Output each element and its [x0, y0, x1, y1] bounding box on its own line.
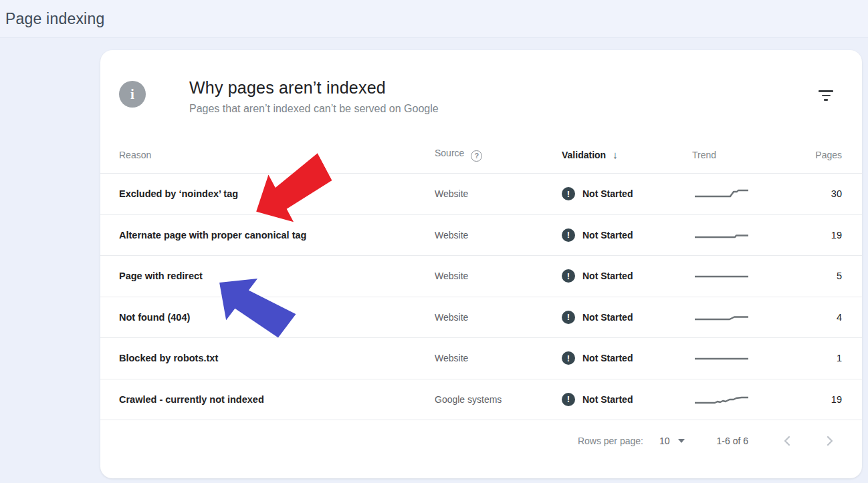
validation-status: Not Started — [582, 188, 633, 199]
reason-cell[interactable]: Crawled - currently not indexed — [119, 394, 435, 405]
rows-per-page-label: Rows per page: — [578, 436, 643, 446]
trend-cell — [692, 227, 785, 243]
not-started-icon: ! — [562, 269, 575, 283]
column-header-source[interactable]: Source? — [435, 148, 562, 162]
column-header-validation[interactable]: Validation↓ — [562, 149, 692, 160]
table-row[interactable]: Blocked by robots.txt Website ! Not Star… — [100, 338, 862, 379]
pages-cell: 19 — [785, 230, 842, 240]
filter-icon[interactable] — [817, 88, 835, 104]
card-title: Why pages aren’t indexed — [189, 78, 842, 98]
table-footer: Rows per page: 10 1-6 of 6 — [100, 420, 862, 461]
previous-page-button[interactable] — [778, 431, 798, 451]
trend-cell — [692, 309, 785, 325]
not-started-icon: ! — [562, 351, 575, 365]
table-row[interactable]: Alternate page with proper canonical tag… — [100, 215, 862, 257]
card-subtitle: Pages that aren’t indexed can’t be serve… — [189, 103, 842, 115]
reason-cell[interactable]: Page with redirect — [119, 271, 435, 281]
trend-cell — [692, 391, 785, 408]
pages-cell: 30 — [785, 188, 842, 199]
table-row[interactable]: Page with redirect Website ! Not Started… — [100, 256, 862, 297]
dropdown-caret-icon — [678, 439, 685, 443]
source-cell: Website — [435, 188, 562, 199]
source-header-label: Source — [435, 148, 464, 158]
top-bar: Page indexing — [0, 0, 868, 38]
column-header-pages[interactable]: Pages — [785, 150, 842, 160]
rows-per-page-select[interactable]: 10 — [659, 436, 685, 446]
source-cell: Website — [435, 312, 562, 323]
page-title: Page indexing — [5, 10, 104, 28]
pages-cell: 5 — [785, 271, 842, 281]
rows-per-page-value: 10 — [659, 436, 670, 446]
chevron-right-icon — [828, 437, 832, 445]
validation-cell: ! Not Started — [562, 311, 692, 324]
index-reasons-table: Reason Source? Validation↓ Trend Pages E… — [100, 136, 862, 461]
table-header-row: Reason Source? Validation↓ Trend Pages — [100, 136, 862, 174]
info-icon: i — [119, 81, 146, 108]
not-started-icon: ! — [562, 311, 575, 324]
validation-cell: ! Not Started — [562, 393, 692, 406]
column-header-reason[interactable]: Reason — [119, 150, 435, 160]
pages-cell: 4 — [785, 312, 842, 323]
reason-cell[interactable]: Excluded by ‘noindex’ tag — [119, 188, 435, 199]
trend-cell — [692, 268, 785, 284]
validation-status: Not Started — [582, 312, 633, 323]
reason-cell[interactable]: Blocked by robots.txt — [119, 353, 435, 363]
reason-cell[interactable]: Alternate page with proper canonical tag — [119, 230, 435, 240]
not-started-icon: ! — [562, 228, 575, 242]
validation-cell: ! Not Started — [562, 351, 692, 365]
trend-sparkline — [695, 190, 748, 196]
validation-cell: ! Not Started — [562, 269, 692, 283]
pages-cell: 1 — [785, 353, 842, 363]
trend-cell — [692, 186, 785, 202]
sort-descending-icon: ↓ — [613, 149, 618, 160]
reason-cell[interactable]: Not found (404) — [119, 312, 435, 323]
validation-cell: ! Not Started — [562, 228, 692, 242]
validation-cell: ! Not Started — [562, 187, 692, 200]
validation-status: Not Started — [582, 271, 633, 281]
pages-cell: 19 — [785, 394, 842, 405]
why-pages-arent-indexed-card: i Why pages aren’t indexed Pages that ar… — [100, 50, 862, 478]
trend-cell — [692, 350, 785, 366]
table-row[interactable]: Excluded by ‘noindex’ tag Website ! Not … — [100, 174, 862, 215]
card-header: i Why pages aren’t indexed Pages that ar… — [100, 50, 862, 115]
not-started-icon: ! — [562, 187, 575, 200]
pagination-range: 1-6 of 6 — [717, 436, 748, 446]
next-page-button[interactable] — [819, 431, 839, 451]
chevron-left-icon — [785, 437, 789, 445]
source-cell: Website — [435, 230, 562, 240]
column-header-trend[interactable]: Trend — [692, 150, 785, 160]
source-cell: Website — [435, 353, 562, 363]
help-icon[interactable]: ? — [471, 150, 482, 162]
table-row[interactable]: Not found (404) Website ! Not Started 4 — [100, 297, 862, 339]
validation-header-label: Validation — [562, 150, 606, 160]
trend-sparkline — [695, 317, 748, 319]
validation-status: Not Started — [582, 230, 633, 240]
trend-sparkline — [695, 235, 748, 237]
trend-sparkline — [695, 397, 748, 403]
not-started-icon: ! — [562, 393, 575, 406]
validation-status: Not Started — [582, 394, 633, 405]
table-row[interactable]: Crawled - currently not indexed Google s… — [100, 379, 862, 421]
source-cell: Google systems — [435, 394, 562, 405]
source-cell: Website — [435, 271, 562, 281]
validation-status: Not Started — [582, 353, 633, 363]
